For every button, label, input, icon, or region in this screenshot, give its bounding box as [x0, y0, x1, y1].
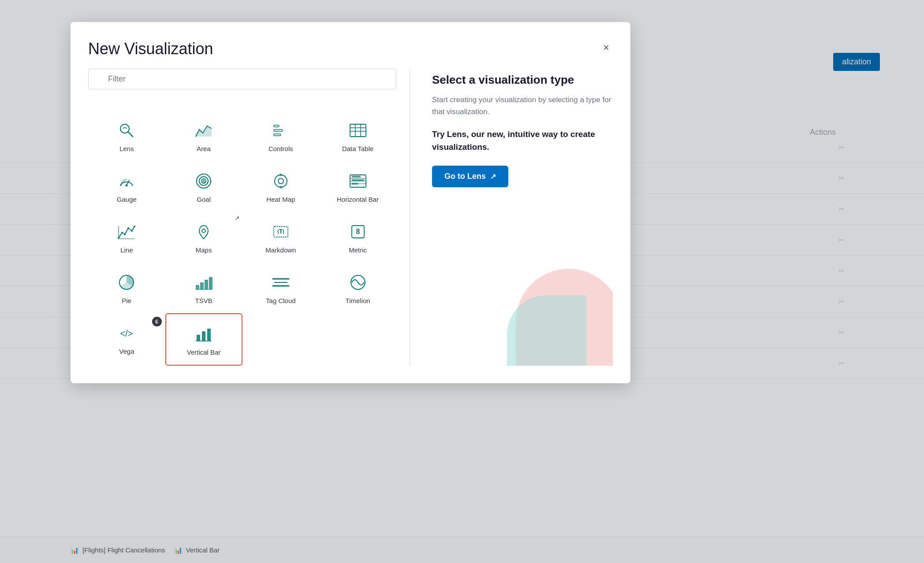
metric-icon: 8	[347, 221, 369, 243]
viz-item-markdown[interactable]: T Markdown	[242, 212, 320, 263]
svg-text:T: T	[279, 228, 283, 235]
tsvb-icon	[193, 271, 215, 293]
filter-input[interactable]	[88, 69, 396, 89]
viz-label-heat-map: Heat Map	[266, 196, 295, 203]
svg-rect-46	[196, 285, 199, 289]
viz-item-lens[interactable]: Lens	[88, 111, 165, 161]
svg-text:8: 8	[356, 228, 360, 235]
viz-label-area: Area	[197, 145, 211, 152]
viz-item-tsvb[interactable]: TSVB	[165, 263, 242, 313]
viz-label-horizontal-bar: Horizontal Bar	[337, 196, 379, 203]
right-panel-description: Start creating your visualization by sel…	[432, 94, 613, 118]
controls-icon	[270, 119, 292, 141]
svg-text:8: 8	[202, 179, 205, 184]
viz-item-metric[interactable]: 8 Metric	[319, 212, 396, 263]
decorative-teal-shape	[507, 295, 586, 366]
right-panel: Select a visualization type Start creati…	[410, 69, 613, 366]
svg-rect-48	[205, 280, 208, 289]
go-to-lens-button[interactable]: Go to Lens ↗	[432, 166, 508, 187]
svg-rect-6	[274, 130, 283, 131]
svg-point-38	[202, 229, 205, 233]
viz-label-data-table: Data Table	[342, 145, 373, 152]
viz-item-line[interactable]: Line	[88, 212, 165, 263]
viz-label-gauge: Gauge	[117, 196, 137, 203]
vega-badge: E	[152, 317, 162, 326]
area-icon	[193, 119, 215, 141]
pie-icon	[116, 271, 138, 293]
viz-item-data-table[interactable]: Data Table	[319, 111, 396, 161]
svg-text:</>: </>	[120, 329, 133, 338]
new-visualization-modal: New Visualization ×	[71, 22, 630, 383]
svg-point-20	[278, 178, 283, 184]
heat-map-icon	[270, 170, 292, 192]
gauge-icon	[116, 170, 138, 192]
right-panel-title: Select a visualization type	[432, 73, 613, 87]
modal-body: Lens Area	[88, 69, 613, 366]
viz-label-line: Line	[120, 246, 133, 254]
viz-item-area[interactable]: Area	[165, 111, 242, 161]
svg-rect-56	[197, 335, 200, 341]
viz-item-tag-cloud[interactable]: Tag Cloud	[242, 263, 320, 313]
viz-item-controls[interactable]: Controls	[242, 111, 320, 161]
go-to-lens-label: Go to Lens	[444, 172, 486, 181]
viz-label-lens: Lens	[119, 145, 134, 152]
viz-label-maps: Maps	[196, 246, 212, 254]
svg-rect-5	[274, 125, 279, 127]
right-panel-promo: Try Lens, our new, intuitive way to crea…	[432, 128, 613, 153]
svg-point-35	[134, 226, 135, 227]
svg-point-33	[127, 227, 129, 229]
external-link-icon-lens: ↗	[490, 172, 496, 181]
tag-cloud-icon	[270, 271, 292, 293]
modal-close-button[interactable]: ×	[600, 40, 613, 56]
svg-point-22	[279, 186, 282, 189]
svg-rect-8	[350, 124, 366, 137]
filter-wrapper	[88, 69, 396, 100]
svg-point-21	[279, 174, 282, 176]
viz-label-goal: Goal	[197, 196, 211, 203]
line-chart-icon	[116, 221, 138, 243]
svg-rect-27	[352, 176, 361, 178]
timelion-icon	[347, 271, 369, 293]
modal-header: New Visualization ×	[88, 40, 613, 58]
external-link-icon: ↗	[235, 215, 240, 222]
svg-point-19	[275, 175, 287, 187]
viz-label-tag-cloud: Tag Cloud	[266, 297, 296, 304]
viz-item-heat-map[interactable]: Heat Map	[242, 161, 320, 212]
viz-label-pie: Pie	[122, 297, 132, 304]
viz-label-markdown: Markdown	[265, 246, 296, 254]
viz-label-vega: Vega	[119, 348, 134, 355]
svg-rect-7	[274, 134, 281, 136]
svg-point-31	[121, 232, 123, 233]
viz-item-horizontal-bar[interactable]: Horizontal Bar	[319, 161, 396, 212]
viz-type-grid: Lens Area	[88, 111, 396, 366]
viz-label-tsvb: TSVB	[195, 297, 212, 304]
maps-icon	[193, 221, 215, 243]
svg-rect-29	[352, 183, 358, 185]
viz-item-pie[interactable]: Pie	[88, 263, 165, 313]
svg-rect-28	[352, 179, 364, 181]
viz-item-goal[interactable]: 8 Goal	[165, 161, 242, 212]
viz-item-gauge[interactable]: Gauge	[88, 161, 165, 212]
horizontal-bar-icon	[347, 170, 369, 192]
svg-rect-47	[200, 282, 204, 289]
data-table-icon	[347, 119, 369, 141]
viz-label-metric: Metric	[349, 246, 367, 254]
svg-point-14	[126, 185, 128, 187]
svg-rect-57	[202, 331, 205, 341]
vega-icon: </>	[116, 322, 138, 344]
viz-label-vertical-bar: Vertical Bar	[187, 348, 221, 356]
svg-line-3	[128, 132, 133, 137]
viz-item-vertical-bar[interactable]: Vertical Bar	[165, 313, 242, 366]
svg-rect-49	[209, 277, 212, 289]
viz-label-timelion: Timelion	[346, 297, 370, 304]
left-panel: Lens Area	[88, 69, 410, 366]
viz-label-controls: Controls	[268, 145, 293, 152]
viz-item-vega[interactable]: E </> Vega	[88, 313, 165, 366]
goal-icon: 8	[193, 170, 215, 192]
viz-item-maps[interactable]: ↗ Maps	[165, 212, 242, 263]
svg-point-34	[131, 230, 133, 232]
vertical-bar-icon	[193, 323, 215, 345]
lens-icon	[116, 119, 138, 141]
decorative-container	[489, 242, 613, 366]
viz-item-timelion[interactable]: Timelion	[319, 263, 396, 313]
